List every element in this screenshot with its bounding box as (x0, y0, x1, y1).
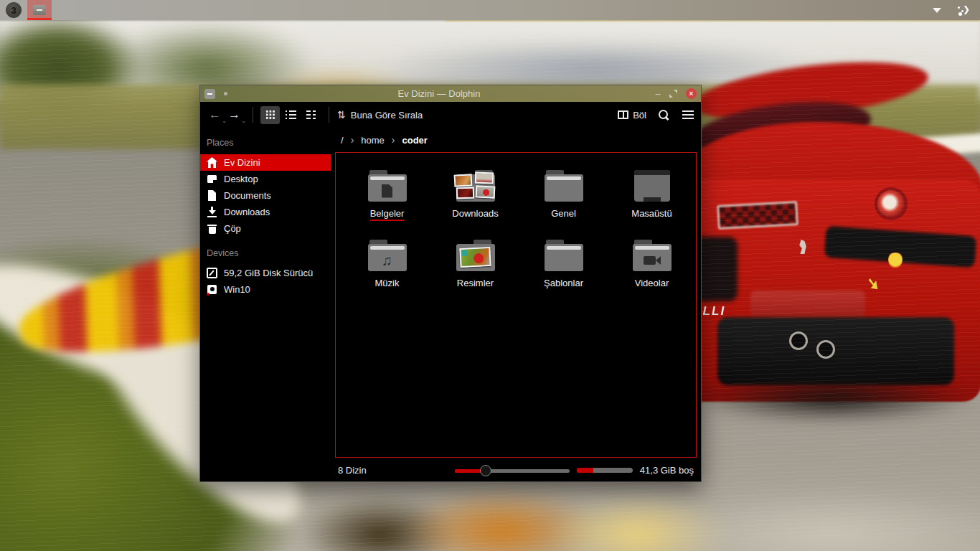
os-drive-icon (207, 284, 217, 295)
sidebar-item-desktop[interactable]: Desktop (200, 171, 331, 187)
folder-item-videolar[interactable]: Videolar (608, 228, 696, 298)
hamburger-menu-icon[interactable] (682, 110, 694, 119)
folder-item-resimler[interactable]: Resimler (431, 228, 519, 298)
dolphin-task-icon (33, 5, 46, 15)
forward-button[interactable]: → (227, 108, 246, 122)
folder-music-icon: ♫ (368, 232, 407, 271)
places-panel: Places Ev Dizini Desktop Documents Downl… (200, 128, 331, 481)
toolbar: ← → ⇅ Buna Göre Sırala Böl (200, 102, 701, 128)
folder-item-genel[interactable]: Genel (519, 159, 608, 228)
icons-view-icon (265, 110, 275, 120)
statusbar: 8 Dizin 41,3 GiB boş (331, 459, 701, 481)
sidebar-item-label: Ev Dizini (224, 157, 260, 168)
folder-video-icon (633, 232, 672, 271)
desktop-folder-icon (634, 163, 670, 202)
sort-label: Buna Göre Sırala (351, 110, 423, 121)
folder-grid: Belgeler Downloads (343, 159, 689, 298)
breadcrumb: / › home › coder (331, 128, 701, 152)
minimize-button[interactable]: – (651, 87, 665, 101)
breadcrumb-current[interactable]: coder (402, 135, 428, 146)
folder-plain-icon (545, 163, 583, 202)
titlebar[interactable]: Ev Dizini — Dolphin – × (200, 85, 701, 102)
folder-label: Downloads (452, 208, 498, 219)
toolbar-separator (253, 107, 253, 123)
split-view-button[interactable]: Böl (618, 110, 646, 121)
desktop-icon (207, 174, 217, 184)
document-icon (207, 190, 217, 201)
back-button[interactable]: ← (207, 108, 227, 122)
sidebar-item-home[interactable]: Ev Dizini (200, 154, 331, 171)
sidebar-item-label: Çöp (224, 223, 241, 234)
folder-view[interactable]: Belgeler Downloads (335, 152, 697, 458)
dolphin-window: Ev Dizini — Dolphin – × ← → ⇅ Buna Göre … (199, 85, 702, 482)
drive-icon (207, 268, 217, 278)
sidebar-item-documents[interactable]: Documents (200, 187, 331, 204)
details-view-icon (286, 110, 296, 119)
dot (958, 12, 962, 16)
tray-expander-triangle-icon[interactable] (933, 8, 941, 13)
item-count-label: 8 Dizin (338, 465, 367, 476)
sidebar-item-label: Documents (224, 190, 271, 201)
trash-icon (207, 223, 217, 234)
window-menu-icon[interactable] (204, 89, 215, 99)
folder-plain-icon (545, 232, 583, 271)
window-body: Places Ev Dizini Desktop Documents Downl… (200, 128, 701, 481)
sidebar-item-disk-drive[interactable]: 59,2 GiB Disk Sürücü (200, 265, 331, 281)
folder-item-muzik[interactable]: ♫ Müzik (343, 228, 431, 298)
view-compact-button[interactable] (302, 106, 321, 124)
folder-label: Müzik (375, 278, 400, 288)
desktop[interactable]: RELLI 3 ❯ Ev Dizini — Dolphin – × ← (0, 0, 980, 551)
sidebar-item-label: Win10 (224, 284, 250, 295)
app-launcher-icon[interactable]: 3 (6, 2, 22, 18)
sidebar-item-label: Downloads (224, 207, 270, 217)
taskbar-dolphin-task[interactable] (27, 0, 52, 20)
chevron-right-icon: › (351, 134, 354, 146)
breadcrumb-root[interactable]: / (341, 135, 344, 146)
folder-label: Belgeler (370, 208, 405, 221)
breadcrumb-home[interactable]: home (361, 135, 385, 146)
active-task-underline (27, 18, 52, 20)
folder-item-belgeler[interactable]: Belgeler (343, 159, 431, 228)
chevron-right-icon: › (392, 134, 395, 146)
folder-item-masaustu[interactable]: Masaüstü (608, 159, 696, 228)
folder-photo-previews-icon (456, 163, 495, 202)
folder-label: Masaüstü (631, 208, 672, 219)
folder-label: Şablonlar (544, 278, 583, 288)
toolbar-separator (329, 107, 329, 123)
window-title: Ev Dizini — Dolphin (227, 88, 651, 99)
sidebar-item-win10[interactable]: Win10 (200, 281, 331, 298)
sort-by-button[interactable]: ⇅ Buna Göre Sırala (337, 109, 423, 121)
places-header: Places (200, 138, 331, 148)
compact-view-icon (306, 110, 317, 119)
zoom-slider[interactable] (455, 465, 570, 476)
folder-item-sablonlar[interactable]: Şablonlar (519, 228, 608, 298)
top-panel: 3 ❯ (0, 0, 980, 20)
capacity-fill (577, 468, 593, 473)
folder-label: Videolar (635, 278, 669, 288)
zoom-slider-handle[interactable] (480, 465, 491, 476)
folder-item-downloads[interactable]: Downloads (431, 159, 519, 228)
dot (958, 6, 960, 9)
sidebar-item-trash[interactable]: Çöp (200, 220, 331, 237)
folder-picture-preview-icon (456, 232, 495, 271)
folder-label: Genel (551, 208, 576, 219)
home-icon (207, 157, 217, 168)
dot (961, 10, 963, 12)
sidebar-item-label: 59,2 GiB Disk Sürücü (224, 268, 313, 278)
search-icon[interactable] (658, 109, 669, 121)
folder-documents-icon (368, 163, 407, 202)
free-space-label: 41,3 GiB boş (640, 465, 694, 476)
capacity-bar (577, 468, 633, 473)
close-button[interactable]: × (686, 88, 697, 99)
sidebar-item-label: Desktop (224, 174, 258, 184)
view-details-button[interactable] (281, 106, 301, 124)
sidebar-gap (200, 237, 331, 248)
sort-icon: ⇅ (337, 109, 346, 121)
maximize-button[interactable] (669, 90, 677, 98)
tray-peek-icon[interactable]: ❯ (957, 4, 970, 16)
chevron-right-icon: ❯ (963, 4, 970, 14)
split-label: Böl (633, 110, 646, 121)
view-icons-button[interactable] (260, 106, 280, 124)
devices-header: Devices (200, 248, 331, 258)
sidebar-item-downloads[interactable]: Downloads (200, 204, 331, 220)
